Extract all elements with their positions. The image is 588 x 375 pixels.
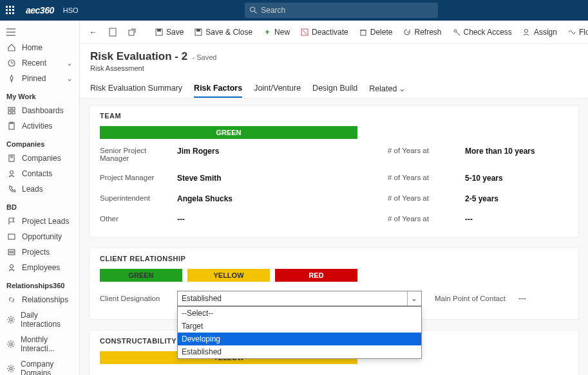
- sidebar-item-companies[interactable]: Companies: [0, 151, 79, 166]
- sidebar-item-recent[interactable]: Recent⌄: [0, 55, 79, 71]
- client-designation-value: Established: [182, 294, 222, 303]
- check-access-button[interactable]: Check Access: [448, 25, 516, 39]
- tab-label: Related: [369, 84, 397, 93]
- svg-rect-25: [8, 234, 15, 239]
- svg-point-29: [10, 318, 12, 321]
- field-value[interactable]: Jim Rogers: [177, 147, 306, 156]
- sidebar-group-companies: Companies: [0, 134, 79, 151]
- years-value[interactable]: 2-5 years: [465, 194, 568, 203]
- sidebar-item-home[interactable]: Home: [0, 40, 79, 55]
- home-icon: [6, 43, 17, 52]
- open-new-window-button[interactable]: [124, 25, 140, 39]
- svg-rect-27: [8, 253, 15, 255]
- sidebar-item-label: Relationships: [22, 295, 68, 304]
- refresh-button[interactable]: Refresh: [399, 25, 445, 39]
- pin-icon: [6, 74, 17, 83]
- sidebar-item-label: Company Domains: [21, 360, 73, 375]
- dropdown-option[interactable]: Established: [178, 345, 421, 358]
- person-icon: [6, 263, 17, 272]
- open-record-set-button[interactable]: [104, 25, 121, 39]
- field-value[interactable]: Steve Smith: [177, 174, 306, 183]
- sidebar-item-pinned[interactable]: Pinned⌄: [0, 71, 79, 86]
- sidebar-toggle[interactable]: [0, 24, 79, 40]
- tab-design-build[interactable]: Design Build: [312, 80, 357, 98]
- svg-rect-0: [6, 6, 8, 8]
- sidebar-item-monthly-interacti-[interactable]: Monthly Interacti...: [0, 332, 79, 356]
- sidebar-item-leads[interactable]: Leads: [0, 181, 79, 197]
- new-button[interactable]: +New: [259, 25, 294, 39]
- global-search[interactable]: [245, 3, 438, 18]
- save-close-button[interactable]: Save & Close: [190, 25, 256, 39]
- svg-point-24: [10, 171, 14, 174]
- assign-button[interactable]: Assign: [518, 25, 561, 39]
- dashboard-icon: [6, 106, 17, 115]
- sidebar-item-contacts[interactable]: Contacts: [0, 166, 79, 181]
- client-designation-dropdown: --Select--TargetDevelopingEstablished: [177, 306, 422, 359]
- field-label: Project Manager: [100, 174, 171, 181]
- sidebar-item-label: Contacts: [22, 169, 52, 178]
- sidebar-item-daily-interactions[interactable]: Daily Interactions: [0, 307, 79, 332]
- section-title-team: TEAM: [100, 112, 568, 120]
- search-icon: [250, 6, 257, 14]
- dropdown-option[interactable]: --Select--: [178, 307, 421, 320]
- chevron-down-icon: ⌄: [399, 84, 406, 93]
- flow-button[interactable]: Flow⌄: [564, 25, 588, 39]
- field-value[interactable]: Angela Shucks: [177, 194, 306, 203]
- years-label: # of Years at: [388, 147, 459, 154]
- sidebar-item-relationships[interactable]: Relationships: [0, 292, 79, 307]
- chevron-down-icon: ⌄: [66, 74, 73, 83]
- phone-icon: [6, 185, 17, 194]
- field-label: Senior Project Manager: [100, 147, 171, 162]
- app-launcher[interactable]: [0, 6, 21, 15]
- tab-risk-evaluation-summary[interactable]: Risk Evaluation Summary: [90, 80, 182, 98]
- dropdown-option[interactable]: Target: [178, 320, 421, 333]
- sidebar-item-label: Activities: [22, 122, 52, 131]
- product-logo: aec360: [21, 5, 59, 15]
- sidebar-item-company-domains[interactable]: Company Domains: [0, 356, 79, 375]
- gear-icon: [6, 364, 15, 373]
- years-value[interactable]: More than 10 years: [465, 147, 568, 156]
- client-designation-combo[interactable]: Established ⌄ --Select--TargetDeveloping…: [177, 291, 422, 306]
- tab-joint-venture[interactable]: Joint/Venture: [254, 80, 301, 98]
- tab-related[interactable]: Related⌄: [369, 80, 406, 98]
- sidebar-item-label: Opportunity: [22, 232, 62, 241]
- deactivate-button[interactable]: Deactivate: [296, 25, 352, 39]
- refresh-icon: [403, 28, 412, 37]
- sidebar-item-label: Projects: [22, 248, 50, 257]
- dropdown-option[interactable]: Developing: [178, 333, 421, 345]
- clipboard-icon: [6, 122, 17, 131]
- years-value[interactable]: ---: [465, 215, 568, 224]
- client-section: CLIENT RELATIONSHIP GREEN YELLOW RED Cli…: [89, 248, 579, 320]
- sidebar-group-my-work: My Work: [0, 86, 79, 103]
- tab-risk-factors[interactable]: Risk Factors: [194, 80, 242, 98]
- clock-icon: [6, 59, 17, 68]
- command-bar: ← Save Save & Close +New Deactivate Dele…: [80, 21, 588, 44]
- section-title-client: CLIENT RELATIONSHIP: [100, 255, 568, 262]
- delete-button[interactable]: Delete: [355, 25, 397, 39]
- svg-rect-17: [8, 111, 11, 114]
- search-input[interactable]: [261, 6, 433, 15]
- svg-rect-3: [6, 9, 8, 11]
- sidebar-item-opportunity[interactable]: Opportunity: [0, 229, 79, 244]
- sidebar-item-projects[interactable]: Projects: [0, 244, 79, 260]
- svg-rect-7: [9, 12, 11, 14]
- field-value[interactable]: ---: [177, 215, 306, 224]
- chevron-down-icon: ⌄: [66, 59, 73, 68]
- sidebar-item-project-leads[interactable]: Project Leads: [0, 214, 79, 229]
- chevron-down-icon: ⌄: [407, 291, 417, 306]
- team-section: TEAM GREEN Senior Project ManagerJim Rog…: [89, 105, 579, 237]
- svg-rect-40: [361, 30, 366, 35]
- save-close-icon: [194, 28, 203, 37]
- sidebar-item-label: Leads: [22, 185, 43, 194]
- years-value[interactable]: 5-10 years: [465, 174, 568, 183]
- svg-rect-32: [109, 28, 116, 36]
- sidebar-item-label: Home: [22, 43, 43, 52]
- field-label: Other: [100, 215, 171, 223]
- sidebar-item-employees[interactable]: Employees: [0, 260, 79, 275]
- gear-icon: [6, 340, 15, 349]
- back-button[interactable]: ←: [85, 25, 102, 39]
- save-button[interactable]: Save: [151, 25, 187, 39]
- sidebar-item-dashboards[interactable]: Dashboards: [0, 103, 79, 118]
- status-green: GREEN: [100, 269, 182, 282]
- sidebar-item-activities[interactable]: Activities: [0, 118, 79, 134]
